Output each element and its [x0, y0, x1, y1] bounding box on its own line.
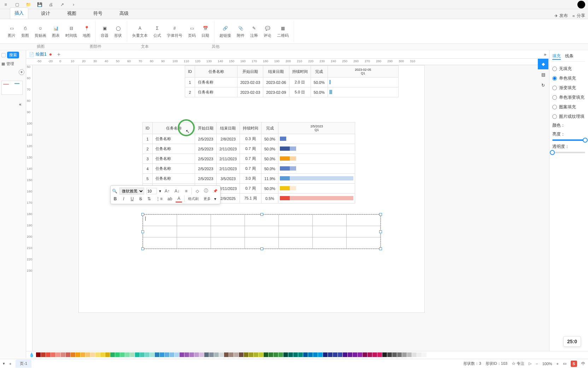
color-swatch[interactable]	[427, 352, 431, 357]
ribbon-fontsym[interactable]: #字体符号	[165, 23, 184, 40]
info-icon[interactable]: ⓘ	[202, 187, 210, 195]
ribbon-note[interactable]: ✎注释	[248, 23, 260, 40]
ribbon-attach[interactable]: 📎附件	[235, 23, 247, 40]
color-swatch[interactable]	[150, 352, 154, 357]
fill-option-0[interactable]: 无填充	[552, 66, 585, 72]
color-swatch[interactable]	[407, 352, 412, 357]
ribbon-map[interactable]: 📍地图	[81, 23, 93, 40]
color-swatch[interactable]	[368, 352, 372, 357]
color-swatch[interactable]	[328, 352, 333, 357]
color-swatch[interactable]	[387, 352, 392, 357]
more-button[interactable]: 更多	[202, 196, 212, 202]
line-spacing-icon[interactable]: ⇅	[146, 196, 152, 202]
color-swatch[interactable]	[363, 352, 367, 357]
color-swatch[interactable]	[318, 352, 323, 357]
page-thumbnail[interactable]	[1, 81, 23, 95]
color-swatch[interactable]	[140, 352, 145, 357]
color-swatch[interactable]	[298, 352, 303, 357]
color-swatch[interactable]	[125, 352, 130, 357]
color-swatch[interactable]	[61, 352, 65, 357]
ribbon-vtext[interactable]: A矢量文本	[130, 23, 150, 40]
color-swatch[interactable]	[333, 352, 337, 357]
ribbon-formula[interactable]: Σ公式	[151, 23, 163, 40]
document-tab[interactable]: 📄 绘图1	[29, 51, 47, 57]
add-tab-button[interactable]: +	[54, 51, 63, 58]
decrease-font-icon[interactable]: A↓	[173, 188, 181, 194]
color-swatch[interactable]	[66, 352, 70, 357]
ribbon-comment[interactable]: 💬评论	[261, 23, 274, 40]
color-swatch[interactable]	[259, 352, 263, 357]
color-swatch[interactable]	[95, 352, 100, 357]
save-icon[interactable]: 💾	[37, 2, 42, 7]
format-painter-button[interactable]: 格式刷	[187, 196, 200, 202]
color-swatch[interactable]	[71, 352, 75, 357]
ribbon-timeline[interactable]: ⊟时间线	[63, 23, 79, 40]
color-swatch[interactable]	[278, 352, 283, 357]
color-swatch[interactable]	[165, 352, 169, 357]
share-button[interactable]: ∝ 分享	[572, 13, 585, 19]
color-swatch[interactable]	[81, 352, 85, 357]
font-size-dropdown-icon[interactable]: ▾	[159, 189, 161, 194]
publish-button[interactable]: ✈ 发布	[554, 13, 568, 19]
text-effect-icon[interactable]: ab	[166, 196, 174, 202]
fill-option-1[interactable]: 单色填充	[552, 75, 585, 81]
open-icon[interactable]: 📁	[25, 2, 31, 7]
tab-design[interactable]: 设计	[37, 8, 54, 19]
fill-tool-icon[interactable]: ◆	[538, 59, 548, 69]
ribbon-container[interactable]: ▣容器	[99, 23, 111, 40]
bullet-list-icon[interactable]: ⋮≡	[154, 196, 164, 202]
color-swatch[interactable]	[303, 352, 308, 357]
collapse-left-icon[interactable]: «	[19, 102, 22, 107]
color-swatch[interactable]	[189, 352, 194, 357]
selected-table[interactable]: |	[142, 214, 381, 249]
opacity-slider[interactable]	[552, 152, 585, 153]
pin-icon[interactable]: 📌	[212, 188, 219, 194]
font-color-icon[interactable]: A	[176, 195, 182, 202]
canvas[interactable]: ID任务名称开始日期结束日期持续时间完成2023-02-05Q11任务名称202…	[33, 65, 549, 358]
color-swatch[interactable]	[293, 352, 298, 357]
underline-button[interactable]: U	[129, 196, 135, 202]
color-swatch[interactable]	[130, 352, 135, 357]
fill-tab[interactable]: 填充	[552, 53, 561, 60]
color-swatch[interactable]	[180, 352, 184, 357]
color-swatch[interactable]	[194, 352, 199, 357]
line-tab[interactable]: 线条	[565, 53, 574, 60]
color-swatch[interactable]	[155, 352, 159, 357]
color-swatch[interactable]	[313, 352, 318, 357]
color-swatch[interactable]	[229, 352, 234, 357]
expand-panel-icon[interactable]: »	[544, 52, 549, 57]
tab-symbol[interactable]: 符号	[89, 8, 107, 19]
italic-button[interactable]: I	[120, 196, 127, 202]
color-swatch[interactable]	[244, 352, 248, 357]
color-swatch[interactable]	[184, 352, 189, 357]
ribbon-pagenum[interactable]: ▭页码	[186, 23, 198, 40]
color-swatch[interactable]	[175, 352, 179, 357]
print-icon[interactable]: 🖨	[48, 2, 54, 7]
color-swatch[interactable]	[219, 352, 224, 357]
color-swatch[interactable]	[76, 352, 80, 357]
search-button[interactable]: 搜索	[7, 52, 19, 58]
color-swatch[interactable]	[239, 352, 243, 357]
color-swatch[interactable]	[348, 352, 352, 357]
fill-option-5[interactable]: 图片或纹理填	[552, 114, 585, 120]
color-swatch[interactable]	[372, 352, 377, 357]
fill-option-4[interactable]: 图案填充	[552, 104, 585, 110]
color-swatch[interactable]	[115, 352, 120, 357]
checkbox-icon[interactable]	[1, 53, 6, 57]
color-swatch[interactable]	[422, 352, 427, 357]
ribbon-date[interactable]: 📅日期	[199, 23, 211, 40]
color-swatch[interactable]	[358, 352, 362, 357]
color-swatch[interactable]	[51, 352, 55, 357]
color-swatch[interactable]	[338, 352, 342, 357]
history-tool-icon[interactable]: ↻	[538, 80, 548, 91]
ribbon-chart[interactable]: 📊图表	[50, 23, 62, 40]
dropper-icon[interactable]: 💧	[29, 352, 34, 357]
tab-view[interactable]: 视图	[63, 8, 81, 19]
color-swatch[interactable]	[377, 352, 382, 357]
color-swatch[interactable]	[110, 352, 115, 357]
fill-option-2[interactable]: 渐变填充	[552, 85, 585, 91]
page-tool-icon[interactable]: ▤	[538, 69, 548, 80]
color-swatch[interactable]	[36, 352, 41, 357]
color-swatch[interactable]	[382, 352, 387, 357]
font-size-input[interactable]	[146, 188, 157, 194]
